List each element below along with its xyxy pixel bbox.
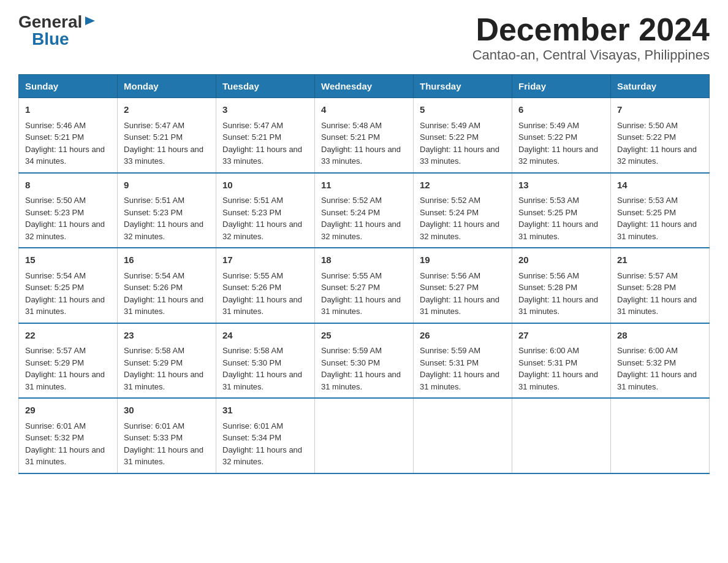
sunrise-text: Sunrise: 5:49 AM [518, 121, 579, 130]
sunset-text: Sunset: 5:27 PM [321, 283, 380, 292]
sunset-text: Sunset: 5:22 PM [617, 132, 676, 142]
sunset-text: Sunset: 5:22 PM [518, 132, 577, 142]
day-number: 27 [518, 329, 604, 343]
sunrise-text: Sunrise: 5:54 AM [25, 271, 86, 280]
daylight-text: Daylight: 11 hours and 32 minutes. [518, 145, 598, 166]
day-header-tuesday: Tuesday [216, 75, 315, 98]
day-number: 9 [124, 178, 210, 193]
sunrise-text: Sunrise: 5:53 AM [518, 196, 579, 205]
day-number: 14 [617, 178, 703, 193]
daylight-text: Daylight: 11 hours and 31 minutes. [617, 295, 697, 316]
daylight-text: Daylight: 11 hours and 31 minutes. [25, 370, 105, 391]
calendar-cell: 7Sunrise: 5:50 AMSunset: 5:22 PMDaylight… [611, 98, 710, 173]
calendar-week-row: 8Sunrise: 5:50 AMSunset: 5:23 PMDaylight… [19, 173, 710, 248]
calendar-cell: 10Sunrise: 5:51 AMSunset: 5:23 PMDayligh… [216, 173, 315, 248]
logo: General Blue [18, 12, 97, 49]
daylight-text: Daylight: 11 hours and 31 minutes. [321, 370, 401, 391]
sunrise-text: Sunrise: 6:01 AM [25, 421, 86, 431]
sunset-text: Sunset: 5:32 PM [617, 358, 676, 367]
sunset-text: Sunset: 5:22 PM [420, 132, 479, 142]
sunrise-text: Sunrise: 5:52 AM [321, 196, 382, 205]
sunrise-text: Sunrise: 5:54 AM [124, 271, 184, 280]
sunset-text: Sunset: 5:30 PM [321, 358, 380, 367]
sunset-text: Sunset: 5:26 PM [124, 283, 183, 292]
calendar-cell: 19Sunrise: 5:56 AMSunset: 5:27 PMDayligh… [414, 248, 512, 323]
calendar-cell: 31Sunrise: 6:01 AMSunset: 5:34 PMDayligh… [216, 398, 315, 473]
sunrise-text: Sunrise: 5:55 AM [222, 271, 283, 280]
calendar-subtitle: Cantao-an, Central Visayas, Philippines [472, 47, 710, 63]
logo-blue-text: Blue [32, 29, 69, 48]
sunrise-text: Sunrise: 5:58 AM [124, 346, 184, 355]
day-number: 10 [222, 178, 308, 193]
daylight-text: Daylight: 11 hours and 32 minutes. [222, 445, 302, 467]
calendar-title: December 2024 [472, 12, 710, 47]
day-number: 8 [25, 178, 111, 193]
daylight-text: Daylight: 11 hours and 31 minutes. [617, 220, 697, 241]
sunrise-text: Sunrise: 6:00 AM [617, 346, 678, 355]
sunrise-text: Sunrise: 6:01 AM [222, 421, 283, 431]
calendar-week-row: 1Sunrise: 5:46 AMSunset: 5:21 PMDaylight… [19, 98, 710, 173]
calendar-cell: 4Sunrise: 5:48 AMSunset: 5:21 PMDaylight… [315, 98, 414, 173]
calendar-cell: 26Sunrise: 5:59 AMSunset: 5:31 PMDayligh… [414, 323, 512, 399]
day-number: 22 [25, 329, 111, 343]
calendar-cell: 8Sunrise: 5:50 AMSunset: 5:23 PMDaylight… [19, 173, 118, 248]
day-number: 19 [420, 253, 506, 267]
calendar-cell: 5Sunrise: 5:49 AMSunset: 5:22 PMDaylight… [414, 98, 512, 173]
calendar-cell: 12Sunrise: 5:52 AMSunset: 5:24 PMDayligh… [414, 173, 512, 248]
day-number: 30 [124, 404, 210, 418]
calendar-cell [512, 398, 611, 473]
sunset-text: Sunset: 5:21 PM [321, 132, 380, 142]
daylight-text: Daylight: 11 hours and 32 minutes. [321, 220, 401, 241]
day-number: 25 [321, 329, 407, 343]
logo-bottom-line: Blue [32, 29, 69, 49]
sunset-text: Sunset: 5:33 PM [124, 433, 183, 442]
sunset-text: Sunset: 5:29 PM [25, 358, 84, 367]
daylight-text: Daylight: 11 hours and 33 minutes. [321, 145, 401, 166]
sunrise-text: Sunrise: 5:46 AM [25, 121, 86, 130]
day-number: 1 [25, 103, 111, 117]
sunrise-text: Sunrise: 5:59 AM [321, 346, 382, 355]
day-header-saturday: Saturday [611, 75, 710, 98]
day-number: 24 [222, 329, 308, 343]
calendar-week-row: 22Sunrise: 5:57 AMSunset: 5:29 PMDayligh… [19, 323, 710, 399]
daylight-text: Daylight: 11 hours and 31 minutes. [518, 295, 598, 316]
sunset-text: Sunset: 5:25 PM [25, 283, 84, 292]
page-header: General Blue December 2024 Cantao-an, Ce… [18, 12, 710, 63]
daylight-text: Daylight: 11 hours and 31 minutes. [420, 370, 499, 391]
calendar-cell: 20Sunrise: 5:56 AMSunset: 5:28 PMDayligh… [512, 248, 611, 323]
sunrise-text: Sunrise: 5:52 AM [420, 196, 480, 205]
calendar-cell: 29Sunrise: 6:01 AMSunset: 5:32 PMDayligh… [19, 398, 118, 473]
daylight-text: Daylight: 11 hours and 32 minutes. [25, 220, 105, 241]
day-number: 6 [518, 103, 604, 117]
day-number: 3 [222, 103, 308, 117]
calendar-cell: 27Sunrise: 6:00 AMSunset: 5:31 PMDayligh… [512, 323, 611, 399]
sunset-text: Sunset: 5:31 PM [420, 358, 479, 367]
calendar-cell: 25Sunrise: 5:59 AMSunset: 5:30 PMDayligh… [315, 323, 414, 399]
calendar-cell: 13Sunrise: 5:53 AMSunset: 5:25 PMDayligh… [512, 173, 611, 248]
calendar-title-block: December 2024 Cantao-an, Central Visayas… [472, 12, 710, 63]
days-row: SundayMondayTuesdayWednesdayThursdayFrid… [19, 75, 710, 98]
sunrise-text: Sunrise: 5:56 AM [420, 271, 480, 280]
sunrise-text: Sunrise: 5:57 AM [617, 271, 678, 280]
daylight-text: Daylight: 11 hours and 32 minutes. [420, 220, 499, 241]
sunset-text: Sunset: 5:23 PM [124, 208, 183, 217]
daylight-text: Daylight: 11 hours and 32 minutes. [124, 220, 203, 241]
sunset-text: Sunset: 5:23 PM [25, 208, 84, 217]
day-header-sunday: Sunday [19, 75, 118, 98]
sunset-text: Sunset: 5:27 PM [420, 283, 479, 292]
day-number: 31 [222, 404, 308, 418]
sunset-text: Sunset: 5:21 PM [222, 132, 281, 142]
day-number: 15 [25, 253, 111, 267]
svg-marker-0 [85, 17, 95, 25]
logo-flag-icon [83, 14, 97, 28]
day-number: 18 [321, 253, 407, 267]
daylight-text: Daylight: 11 hours and 31 minutes. [25, 445, 105, 467]
calendar-cell: 3Sunrise: 5:47 AMSunset: 5:21 PMDaylight… [216, 98, 315, 173]
daylight-text: Daylight: 11 hours and 31 minutes. [222, 370, 302, 391]
calendar-cell: 30Sunrise: 6:01 AMSunset: 5:33 PMDayligh… [118, 398, 216, 473]
calendar-cell: 23Sunrise: 5:58 AMSunset: 5:29 PMDayligh… [118, 323, 216, 399]
day-number: 13 [518, 178, 604, 193]
daylight-text: Daylight: 11 hours and 31 minutes. [124, 295, 203, 316]
sunrise-text: Sunrise: 5:49 AM [420, 121, 480, 130]
daylight-text: Daylight: 11 hours and 33 minutes. [222, 145, 302, 166]
